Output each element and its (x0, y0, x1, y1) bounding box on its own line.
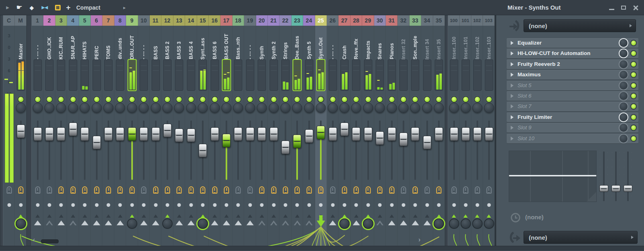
volume-fader[interactable] (450, 127, 458, 141)
pan-knob[interactable] (316, 103, 326, 113)
channel-name[interactable]: Synt..Out (315, 27, 327, 59)
window-layout-icon[interactable] (53, 0, 63, 15)
channel-header[interactable]: 5 (79, 15, 91, 26)
send-switch-small[interactable] (236, 214, 240, 218)
channel-name[interactable]: BASS 2 (161, 27, 173, 59)
send-switch-small[interactable] (59, 214, 63, 218)
stereo-separator-dot[interactable] (95, 203, 98, 207)
pan-knob[interactable] (139, 103, 149, 113)
mute-led[interactable] (342, 97, 347, 102)
record-arm-icon[interactable] (342, 186, 347, 194)
volume-fader[interactable] (364, 127, 372, 141)
stereo-separator-dot[interactable] (201, 203, 205, 207)
mute-led[interactable] (318, 97, 324, 102)
send-switch-small[interactable] (130, 214, 134, 218)
channel-header[interactable]: 12 (161, 15, 173, 26)
stereo-separator-dot[interactable] (83, 203, 87, 207)
send-knob[interactable] (16, 218, 26, 229)
channel-name[interactable]: div..unds (114, 27, 126, 59)
mute-led[interactable] (259, 97, 265, 102)
send-knob[interactable] (339, 218, 350, 229)
channel-header[interactable]: 8 (114, 15, 126, 26)
channel-name[interactable]: Strings (279, 27, 291, 59)
pan-knob[interactable] (186, 103, 196, 113)
pan-knob[interactable] (449, 103, 459, 113)
record-arm-icon[interactable] (365, 186, 371, 194)
record-arm-icon[interactable] (212, 186, 217, 194)
slot-mix-knob[interactable] (620, 82, 628, 90)
slot-mix-knob[interactable] (620, 135, 628, 143)
stereo-separator-dot[interactable] (71, 203, 75, 207)
record-arm-icon[interactable] (330, 186, 335, 194)
pan-knob[interactable] (151, 103, 161, 113)
pan-knob[interactable] (174, 103, 184, 113)
channel-header[interactable]: 17 (220, 15, 232, 26)
record-arm-icon[interactable] (318, 186, 324, 194)
channel-header[interactable]: 23 (291, 15, 303, 26)
channel-name[interactable]: PERC (91, 27, 102, 59)
send-switch-small[interactable] (71, 214, 75, 218)
mute-led[interactable] (389, 97, 394, 102)
channel-name[interactable]: KIC..RUM (55, 27, 67, 59)
mute-led[interactable] (18, 97, 23, 102)
volume-fader[interactable] (140, 127, 148, 141)
volume-fader[interactable] (269, 127, 278, 141)
stereo-separator-dot[interactable] (130, 203, 134, 207)
record-arm-icon[interactable] (129, 186, 135, 194)
layout-menu[interactable]: Compact (76, 0, 108, 15)
record-arm-icon[interactable] (224, 186, 229, 194)
pan-knob[interactable] (484, 103, 494, 113)
send-switch-small[interactable] (401, 214, 406, 218)
slider-thumb[interactable] (599, 185, 608, 192)
stereo-separator-dot[interactable] (378, 203, 382, 207)
stereo-separator-dot[interactable] (355, 203, 358, 207)
fx-slot-row[interactable]: Fruity Limiter (507, 112, 638, 122)
record-arm-icon[interactable] (70, 186, 75, 194)
pan-knob[interactable] (222, 103, 232, 113)
send-switch-small[interactable] (153, 214, 158, 218)
record-arm-icon[interactable] (354, 186, 359, 194)
channel-header[interactable]: 103 (483, 15, 495, 26)
volume-fader[interactable] (328, 127, 337, 141)
volume-fader[interactable] (222, 134, 231, 147)
maximize-button[interactable] (619, 3, 628, 12)
send-switch-small[interactable] (283, 214, 288, 218)
channel-header[interactable]: 9 (126, 15, 138, 26)
record-arm-icon[interactable] (247, 186, 253, 194)
channel-header[interactable]: 11 (150, 15, 161, 26)
channel-header[interactable]: 27 (338, 15, 350, 26)
volume-fader[interactable] (81, 127, 89, 141)
channel-name[interactable]: Inser..103 (483, 27, 495, 59)
send-knob[interactable] (363, 218, 373, 229)
pan-knob[interactable] (351, 103, 361, 113)
mute-led[interactable] (59, 97, 64, 102)
pan-knob[interactable] (56, 103, 66, 113)
slot-enable-led[interactable] (631, 83, 636, 88)
mute-led[interactable] (306, 97, 312, 102)
channel-header[interactable]: 15 (197, 15, 209, 26)
volume-fader[interactable] (435, 127, 443, 141)
volume-fader[interactable] (399, 133, 408, 146)
pan-knob[interactable] (127, 103, 137, 113)
record-arm-icon[interactable] (94, 186, 99, 194)
route-to-master-switch[interactable] (211, 220, 218, 225)
channel-name[interactable]: GHO..ICK (43, 27, 55, 59)
record-arm-icon[interactable] (18, 186, 23, 194)
record-arm-icon[interactable] (413, 186, 418, 194)
volume-fader[interactable] (376, 131, 384, 145)
route-to-master-switch[interactable] (234, 220, 242, 225)
mute-led[interactable] (354, 97, 359, 102)
record-arm-icon[interactable] (236, 186, 241, 194)
channel-name[interactable]: Snares (374, 27, 386, 59)
stereo-separator-dot[interactable] (366, 203, 370, 207)
channel-name[interactable]: Master (15, 27, 26, 59)
stereo-separator-dot[interactable] (166, 203, 169, 207)
slider-thumb[interactable] (611, 185, 620, 192)
slot-enable-led[interactable] (631, 115, 636, 120)
send-switch-small[interactable] (463, 214, 468, 218)
slot-mix-knob[interactable] (620, 49, 628, 57)
channel-header[interactable]: 19 (244, 15, 256, 26)
send-switch-small[interactable] (165, 214, 170, 218)
route-to-master-switch[interactable] (105, 220, 112, 225)
channel-name[interactable]: Synth (256, 27, 268, 59)
